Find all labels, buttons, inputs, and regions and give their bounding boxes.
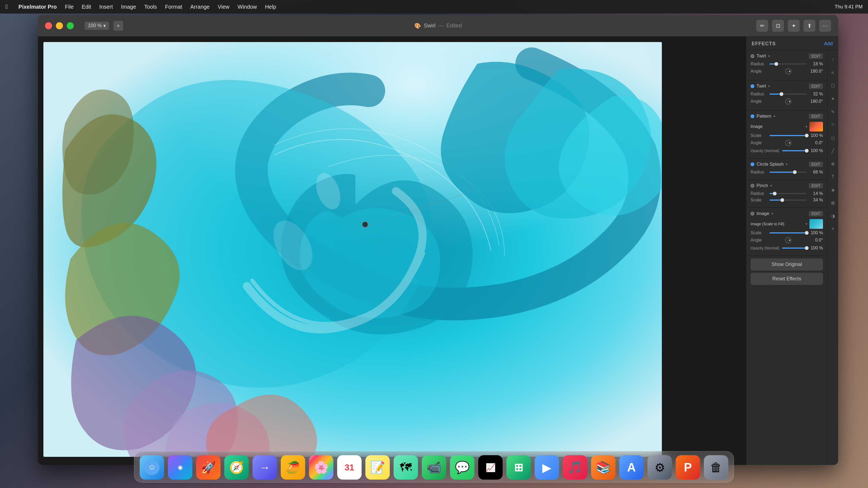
pattern-angle-control[interactable] <box>785 140 792 146</box>
dock-notes[interactable]: 📝 <box>365 455 390 480</box>
reset-effects-button[interactable]: Reset Effects <box>750 273 823 285</box>
menubar-app-name[interactable]: Pixelmator Pro <box>19 4 57 10</box>
image-opacity-slider[interactable] <box>782 248 807 249</box>
effect-pattern-arrow: ▾ <box>774 115 775 118</box>
minimize-button[interactable] <box>56 22 63 29</box>
dock-system-preferences[interactable]: ⚙ <box>648 455 672 480</box>
effect-pattern-edit[interactable]: EDIT <box>809 113 823 119</box>
dock-finder[interactable]: ☺ <box>140 455 164 480</box>
effect-twirl-1-toggle[interactable] <box>750 54 754 58</box>
twirl1-angle-control[interactable] <box>785 68 792 74</box>
effect-image-edit[interactable]: EDIT <box>809 211 823 216</box>
effect-pinch-toggle[interactable] <box>750 184 754 188</box>
window-icon: 🎨 <box>414 23 421 29</box>
side-icon-text[interactable]: T <box>829 173 837 181</box>
effect-pattern-toggle[interactable] <box>750 115 754 118</box>
side-icon-4[interactable]: ✶ <box>829 95 837 103</box>
dock-numbers[interactable]: ⊞ <box>506 455 531 480</box>
dock-pixelmator-pro[interactable]: P <box>676 455 700 480</box>
twirl2-radius-slider[interactable] <box>770 94 807 95</box>
pinch-radius-slider[interactable] <box>770 193 807 194</box>
show-original-button[interactable]: Show Original <box>750 258 823 270</box>
image-angle-control[interactable] <box>785 237 792 243</box>
side-icon-shapes[interactable]: ◈ <box>829 186 837 194</box>
brush-tool-btn[interactable]: ✏ <box>756 20 768 32</box>
circle-splash-radius-slider[interactable] <box>770 172 807 173</box>
dock-maps[interactable]: 🗺 <box>394 455 418 480</box>
pinch-scale-slider[interactable] <box>770 199 807 201</box>
side-icon-filters[interactable]: ⊠ <box>829 199 837 207</box>
effect-image-toggle[interactable] <box>750 212 754 216</box>
pattern-scale-slider[interactable] <box>770 135 807 136</box>
side-icon-brush[interactable]: ⚐ <box>829 121 837 129</box>
dock-migration-assistant[interactable]: → <box>252 455 277 480</box>
crop-tool-btn[interactable]: ⊡ <box>772 20 784 32</box>
side-icon-zoom[interactable]: ⊕ <box>829 160 837 168</box>
menubar-tools[interactable]: Tools <box>144 4 157 10</box>
side-icon-eraser[interactable]: ◻ <box>829 134 837 142</box>
effect-circle-splash-edit[interactable]: EDIT <box>809 162 823 167</box>
dock-calendar[interactable]: 31 <box>337 455 362 480</box>
share-btn[interactable]: ⬆ <box>803 20 815 32</box>
image-scale-slider[interactable] <box>770 232 807 233</box>
menubar-file[interactable]: File <box>65 4 73 10</box>
effect-twirl-2-toggle[interactable] <box>750 84 754 88</box>
dock-stocks[interactable]: 📈 <box>478 455 503 480</box>
effect-circle-splash: Circle Splash ▾ EDIT Radius <box>746 158 827 180</box>
more-btn[interactable]: ⋯ <box>819 20 831 32</box>
twirl1-angle-value: 180.0° <box>809 69 823 74</box>
dock-appstore[interactable]: A <box>619 455 644 480</box>
effects-content: Twirl ▾ EDIT Radius <box>746 50 827 465</box>
twirl1-radius-slider[interactable] <box>770 63 807 65</box>
side-icon-cursor[interactable]: ↖ <box>829 69 837 77</box>
dock-siri[interactable]: ◉ <box>168 455 192 480</box>
apple-menu[interactable]:  <box>5 3 8 10</box>
dock-keynote[interactable]: ▶ <box>535 455 559 480</box>
effect-pinch-edit[interactable]: EDIT <box>809 183 823 188</box>
dock-photos[interactable]: 🌸 <box>309 455 333 480</box>
dock-launchpad[interactable]: 🚀 <box>196 455 220 480</box>
twirl2-angle-control[interactable] <box>785 98 792 105</box>
dock-messages[interactable]: 💬 <box>450 455 474 480</box>
effect-pinch-arrow: ▾ <box>770 184 772 188</box>
menubar-image[interactable]: Image <box>121 4 136 10</box>
close-button[interactable] <box>45 22 52 29</box>
side-icon-color[interactable]: ◑ <box>829 212 837 220</box>
effect-circle-splash-toggle[interactable] <box>750 162 754 166</box>
menubar-format[interactable]: Format <box>165 4 182 10</box>
effects-btn[interactable]: ✦ <box>788 20 800 32</box>
dock-music[interactable]: 🎵 <box>563 455 587 480</box>
dock-safari[interactable]: 🧭 <box>224 455 249 480</box>
dock-facetime[interactable]: 📹 <box>422 455 446 480</box>
side-icon-1[interactable]: ↑ <box>829 56 837 64</box>
pattern-opacity-slider[interactable] <box>782 150 807 151</box>
menubar-window[interactable]: Window <box>238 4 257 10</box>
dock-mango[interactable]: 🥭 <box>281 455 305 480</box>
pattern-image-thumb[interactable] <box>809 122 823 131</box>
toolbar-add-btn[interactable]: ＋ <box>113 21 123 31</box>
canvas-area[interactable] <box>38 37 746 465</box>
image-image-thumb[interactable] <box>809 219 823 229</box>
canvas-center-dot[interactable] <box>362 221 368 228</box>
add-effect-button[interactable]: Add <box>824 41 833 46</box>
svg-point-2 <box>265 214 321 277</box>
menubar-edit[interactable]: Edit <box>82 4 91 10</box>
side-icon-line[interactable]: ╱ <box>829 147 837 155</box>
twirl2-radius-row: Radius 32 % <box>750 92 823 97</box>
canvas-content <box>43 42 746 465</box>
dock-books[interactable]: 📚 <box>591 455 616 480</box>
side-icon-picker[interactable]: ⌖ <box>829 225 837 233</box>
menubar-view[interactable]: View <box>218 4 229 10</box>
maximize-button[interactable] <box>67 22 74 29</box>
dock-trash[interactable]: 🗑 <box>704 455 728 480</box>
side-icon-square[interactable]: ☐ <box>829 82 837 90</box>
menubar-insert[interactable]: Insert <box>99 4 113 10</box>
pattern-angle-label: Angle <box>750 140 767 145</box>
side-icon-pencil[interactable]: ✎ <box>829 108 837 116</box>
effect-twirl-2-edit[interactable]: EDIT <box>809 84 823 89</box>
zoom-arrow: ▾ <box>103 23 106 29</box>
menubar-help[interactable]: Help <box>265 4 276 10</box>
effect-pattern-left: Pattern ▾ <box>750 113 775 119</box>
effect-twirl-1-edit[interactable]: EDIT <box>809 54 823 59</box>
menubar-arrange[interactable]: Arrange <box>190 4 210 10</box>
